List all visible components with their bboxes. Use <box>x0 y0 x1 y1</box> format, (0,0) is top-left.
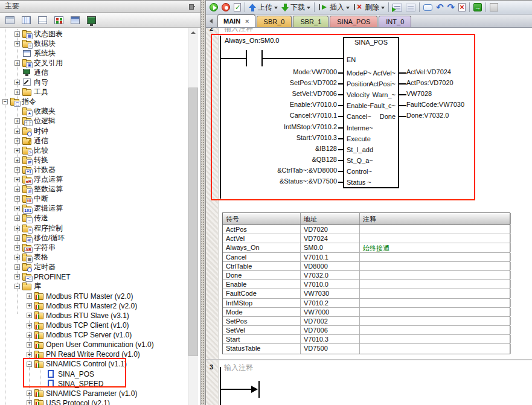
tree-item-sinamics-parameter[interactable]: +SINAMICS Parameter (v1.0) <box>27 389 137 398</box>
tree-expander-icon[interactable]: + <box>27 293 32 299</box>
address-cell[interactable]: VD7002 <box>301 317 360 325</box>
dropdown-caret-icon[interactable] <box>307 7 310 11</box>
output-operand-label[interactable]: FaultCode:VW7030 <box>406 99 464 110</box>
clear-button[interactable] <box>457 1 467 14</box>
view-button-6[interactable] <box>85 14 98 26</box>
tree-item-move[interactable]: +→传送 <box>14 214 48 223</box>
input-operand-label[interactable]: Start:V7010.3 <box>206 132 337 143</box>
tree-expander-icon[interactable]: + <box>27 391 32 396</box>
tree-item-comm-instructions[interactable]: +通信 <box>14 136 48 145</box>
tree-item-modbus-rtu-master[interactable]: +Modbus RTU Master (v2.0) <box>27 292 133 301</box>
symbol-cell[interactable]: SetVel <box>223 326 301 334</box>
tree-expander-icon[interactable]: + <box>27 323 32 328</box>
symbol-cell[interactable]: Cancel <box>223 253 301 261</box>
symbol-cell[interactable]: ActPos <box>223 225 301 234</box>
comment-cell[interactable] <box>360 289 511 298</box>
tree-expander-icon[interactable]: + <box>14 118 20 124</box>
input-operand-label[interactable]: SetPos:VD7002 <box>206 77 337 88</box>
contact-bar[interactable] <box>246 50 247 66</box>
tree-item-modbus-tcp-server[interactable]: +Modbus TCP Server (v1.0) <box>27 330 132 340</box>
comment-cell[interactable] <box>360 335 511 343</box>
symbol-cell[interactable]: ActVel <box>223 234 301 243</box>
tree-item-favorites[interactable]: ★收藏夹 <box>14 107 56 116</box>
compile-button[interactable] <box>232 1 243 14</box>
tree-expander-icon[interactable]: − <box>14 284 20 289</box>
address-cell[interactable]: V7010.3 <box>301 335 360 343</box>
tree-item-sina-speed[interactable]: SINA_SPEED <box>39 379 103 389</box>
address-cell[interactable]: VD7006 <box>301 326 360 334</box>
symbol-cell[interactable]: FaultCode <box>223 289 301 298</box>
input-operand-label[interactable]: SetVel:VD7006 <box>206 88 337 99</box>
insert-network-button[interactable] <box>391 1 404 14</box>
comment-cell[interactable]: 始终接通 <box>360 243 511 252</box>
symbol-cell[interactable]: Enable <box>223 280 301 289</box>
input-operand-label[interactable]: Cancel:V7010.1 <box>206 110 337 121</box>
output-operand-label[interactable]: Done:V7032.0 <box>406 110 449 121</box>
tree-expander-icon[interactable]: + <box>14 41 20 46</box>
tree-expander-icon[interactable]: + <box>14 148 20 153</box>
pin-icon[interactable] <box>188 3 196 10</box>
input-operand-label[interactable]: &QB128 <box>206 154 337 165</box>
tree-item-program-control[interactable]: +»程序控制 <box>14 223 63 233</box>
comment-cell[interactable] <box>360 308 511 316</box>
delete-button[interactable]: 删除 <box>351 1 386 14</box>
tree-expander-icon[interactable]: + <box>27 342 32 348</box>
tree-item-clock[interactable]: +时钟 <box>14 126 48 136</box>
address-cell[interactable]: VW7030 <box>301 289 360 298</box>
tree-expander-icon[interactable]: + <box>14 138 20 144</box>
tree-item-status-chart[interactable]: +▦状态图表 <box>14 29 63 39</box>
tree-item-system-block[interactable]: 系统块 <box>14 48 56 58</box>
tree-item-bit-logic[interactable]: +┤├位逻辑 <box>14 116 56 126</box>
address-cell[interactable]: VD7500 <box>301 344 360 353</box>
comment-cell[interactable] <box>360 326 511 334</box>
tree-expander-icon[interactable]: + <box>14 31 20 37</box>
tree-item-profinet[interactable]: +−□PROFINET <box>14 272 71 282</box>
insert-button[interactable]: 插入 <box>316 1 351 14</box>
tree-expander-icon[interactable]: + <box>14 235 20 241</box>
dropdown-caret-icon[interactable] <box>274 7 278 11</box>
run-button[interactable] <box>208 1 220 14</box>
address-cell[interactable]: VD8000 <box>301 262 360 270</box>
tree-expander-icon[interactable]: + <box>14 187 20 192</box>
undo-button[interactable]: ↶ <box>434 1 446 14</box>
symbol-cell[interactable]: Done <box>223 271 301 279</box>
address-cell[interactable]: VD7024 <box>301 234 360 243</box>
comment-cell[interactable] <box>360 225 511 234</box>
tree-item-open-user-comm[interactable]: +Open User Communication (v1.0) <box>27 340 154 349</box>
tree-item-modbus-rtu-master2[interactable]: +Modbus RTU Master2 (v2.0) <box>27 301 137 311</box>
tree-item-compare[interactable]: +>比较 <box>14 145 48 155</box>
address-cell[interactable]: V7010.2 <box>301 299 360 307</box>
view-button-5[interactable] <box>69 14 82 26</box>
output-operand-label[interactable]: VW7028 <box>406 88 432 99</box>
upload-button[interactable]: 上传 <box>247 1 280 14</box>
comment-cell[interactable] <box>360 317 511 325</box>
output-operand-label[interactable]: ActPos:VD7020 <box>406 77 453 88</box>
input-operand-label[interactable]: &Status~:&VD7500 <box>206 176 337 187</box>
tree-expander-icon[interactable]: + <box>27 333 32 338</box>
contact-operand-label[interactable]: Always_On:SM0.0 <box>225 37 279 44</box>
address-cell[interactable]: SM0.0 <box>301 243 360 252</box>
tree-item-sina-pos[interactable]: SINA_POS <box>39 369 94 379</box>
comment-cell[interactable] <box>360 234 511 243</box>
tree-expander-icon[interactable]: − <box>27 362 32 367</box>
tree-expander-icon[interactable]: + <box>14 245 20 250</box>
tree-expander-icon[interactable]: + <box>27 352 32 357</box>
view-button-3[interactable] <box>36 14 49 26</box>
tree-item-integer-math[interactable]: +±I整数运算 <box>14 185 63 194</box>
tree-expander-icon[interactable]: + <box>14 158 20 163</box>
tree-scrollbar[interactable] <box>188 28 198 405</box>
view-button-2[interactable] <box>20 14 33 26</box>
tree-expander-icon[interactable]: − <box>2 99 8 104</box>
tree-item-pn-read-write[interactable]: +PN Read Write Record (v1.0) <box>27 349 140 359</box>
comment-cell[interactable] <box>360 262 511 270</box>
tree-expander-icon[interactable]: + <box>14 89 20 95</box>
tree-expander-icon[interactable]: + <box>27 313 32 318</box>
tree-item-string[interactable]: +AB字符串 <box>14 243 56 252</box>
tree-expander-icon[interactable]: + <box>14 215 20 221</box>
tree-item-shift-rotate[interactable]: +≪移位/循环 <box>14 233 65 243</box>
address-cell[interactable]: V7032.0 <box>301 271 360 279</box>
tree-expander-icon[interactable]: + <box>14 167 20 173</box>
dropdown-caret-icon[interactable] <box>346 7 350 11</box>
input-operand-label[interactable]: IntMStop:V7010.2 <box>206 121 337 132</box>
tab-sina_pos[interactable]: SINA_POS <box>330 16 377 27</box>
